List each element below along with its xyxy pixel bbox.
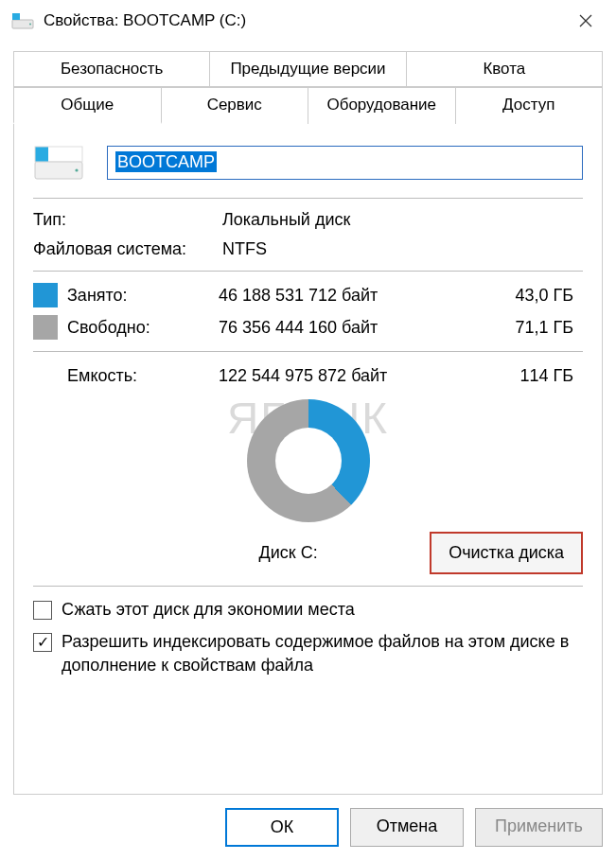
capacity-label: Емкость:	[67, 366, 219, 386]
tab-tools[interactable]: Сервис	[162, 87, 309, 124]
drive-name-input[interactable]: BOOTCAMP	[107, 146, 583, 180]
titlebar: Свойства: BOOTCAMP (C:)	[0, 0, 616, 42]
donut-icon	[247, 399, 370, 522]
type-value: Локальный диск	[222, 210, 583, 230]
index-row: Разрешить индексировать содержимое файло…	[33, 630, 583, 676]
free-gb: 71,1 ГБ	[446, 318, 583, 338]
free-space-row: Свободно: 76 356 444 160 байт 71,1 ГБ	[33, 315, 583, 340]
compress-checkbox[interactable]	[33, 601, 52, 620]
general-panel: BOOTCAMP Тип: Локальный диск Файловая си…	[13, 124, 603, 795]
close-button[interactable]	[567, 7, 605, 35]
drive-icon	[11, 12, 34, 29]
svg-rect-1	[12, 13, 20, 20]
separator	[33, 586, 583, 587]
dialog-footer: OК Отмена Применить	[0, 795, 616, 860]
free-bytes: 76 356 444 160 байт	[219, 318, 446, 338]
filesystem-row: Файловая система: NTFS	[33, 239, 583, 259]
cleanup-row: Диск C: Очистка диска	[33, 532, 583, 574]
window-title: Свойства: BOOTCAMP (C:)	[44, 11, 567, 30]
drive-large-icon	[33, 145, 84, 181]
svg-point-2	[29, 24, 31, 26]
used-bytes: 46 188 531 712 байт	[219, 286, 446, 306]
close-icon	[578, 13, 593, 28]
compress-row: Сжать этот диск для экономии места	[33, 598, 583, 621]
tab-previous-versions[interactable]: Предыдущие версии	[210, 51, 406, 87]
used-label: Занято:	[67, 286, 219, 306]
type-row: Тип: Локальный диск	[33, 210, 583, 230]
svg-rect-6	[35, 147, 48, 162]
used-swatch-icon	[33, 283, 58, 307]
tab-hardware[interactable]: Оборудование	[308, 87, 456, 124]
tab-general[interactable]: Общие	[13, 87, 162, 124]
apply-button[interactable]: Применить	[475, 808, 603, 847]
index-label: Разрешить индексировать содержимое файло…	[62, 630, 583, 676]
separator	[33, 198, 583, 199]
separator	[33, 351, 583, 352]
filesystem-value: NTFS	[222, 239, 583, 259]
used-space-row: Занято: 46 188 531 712 байт 43,0 ГБ	[33, 283, 583, 307]
type-label: Тип:	[33, 210, 222, 230]
tab-sharing[interactable]: Доступ	[456, 87, 604, 124]
index-checkbox[interactable]	[33, 633, 52, 652]
drive-name-value: BOOTCAMP	[115, 151, 217, 172]
free-swatch-icon	[33, 315, 58, 340]
tab-row-bottom: Общие Сервис Оборудование Доступ	[13, 87, 603, 124]
capacity-bytes: 122 544 975 872 байт	[219, 366, 446, 386]
filesystem-label: Файловая система:	[33, 239, 222, 259]
ok-button[interactable]: OК	[225, 808, 339, 847]
tab-strip: Безопасность Предыдущие версии Квота Общ…	[0, 42, 616, 124]
compress-label: Сжать этот диск для экономии места	[62, 598, 355, 621]
separator	[33, 271, 583, 272]
disk-caption: Диск C:	[33, 543, 430, 563]
drive-name-row: BOOTCAMP	[33, 145, 583, 181]
usage-chart	[33, 399, 583, 522]
disk-cleanup-button[interactable]: Очистка диска	[430, 532, 583, 574]
tab-quota[interactable]: Квота	[407, 51, 603, 87]
tab-row-top: Безопасность Предыдущие версии Квота	[13, 51, 603, 87]
cancel-button[interactable]: Отмена	[350, 808, 464, 847]
used-gb: 43,0 ГБ	[446, 286, 583, 306]
properties-window: Свойства: BOOTCAMP (C:) Безопасность Пре…	[0, 0, 616, 860]
svg-point-8	[75, 168, 78, 171]
capacity-gb: 114 ГБ	[446, 366, 583, 386]
capacity-row: Емкость: 122 544 975 872 байт 114 ГБ	[33, 363, 583, 388]
tab-security[interactable]: Безопасность	[13, 51, 210, 87]
free-label: Свободно:	[67, 318, 219, 338]
